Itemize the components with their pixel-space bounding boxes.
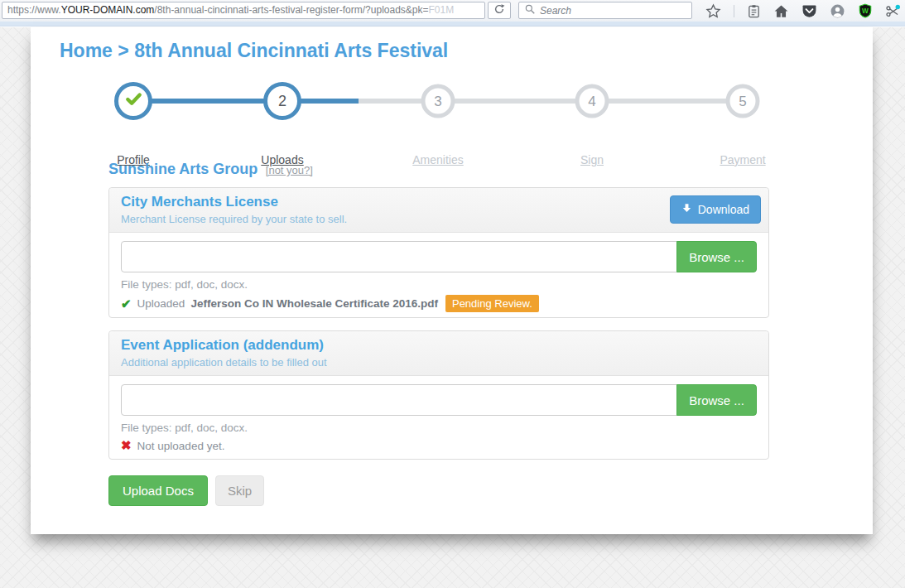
download-button[interactable]: Download bbox=[670, 195, 761, 224]
breadcrumb-home-link[interactable]: Home bbox=[60, 40, 113, 61]
step-link-sign[interactable]: Sign bbox=[580, 153, 604, 166]
page-title: 8th Annual Cincinnati Arts Festival bbox=[134, 40, 448, 61]
group-row: Sunshine Arts Group [not you?] bbox=[108, 161, 313, 178]
toolbar-divider bbox=[734, 5, 734, 17]
step-number: 3 bbox=[434, 93, 441, 109]
card-subtitle: Additional application details to be fil… bbox=[121, 356, 757, 369]
search-input[interactable] bbox=[540, 5, 672, 17]
account-icon[interactable] bbox=[830, 3, 845, 19]
upload-status-row: ✖ Not uploaded yet. bbox=[121, 438, 757, 453]
uploaded-filename: Jefferson Co IN Wholesale Certificate 20… bbox=[190, 297, 438, 310]
file-types-note: File types: pdf, doc, docx. bbox=[121, 422, 757, 434]
step-circle-profile[interactable] bbox=[114, 82, 152, 120]
breadcrumb: Home > 8th Annual Cincinnati Arts Festiv… bbox=[60, 40, 448, 62]
check-icon: ✔ bbox=[121, 296, 132, 311]
search-bar[interactable] bbox=[518, 2, 692, 19]
browse-button[interactable]: Browse ... bbox=[676, 241, 757, 272]
file-name-field[interactable] bbox=[121, 384, 677, 416]
card-title: Event Application (addendum) bbox=[121, 337, 757, 354]
file-types-note: File types: pdf, doc, docx. bbox=[121, 278, 757, 291]
url-path: /8th-annual-cincinnati-arts-festival-reg… bbox=[154, 4, 428, 16]
step-circle-uploads[interactable]: 2 bbox=[263, 82, 301, 120]
browse-button[interactable]: Browse ... bbox=[676, 384, 757, 416]
reload-button[interactable] bbox=[488, 2, 511, 19]
download-arrow-icon bbox=[681, 203, 692, 216]
file-input-group: Browse ... bbox=[121, 241, 757, 272]
stepper-progress-track bbox=[133, 99, 359, 104]
pending-review-badge: Pending Review. bbox=[445, 295, 539, 312]
scissors-extension-icon[interactable] bbox=[885, 3, 901, 19]
step-number: 2 bbox=[278, 93, 286, 110]
card-header: Event Application (addendum) Additional … bbox=[109, 331, 768, 376]
bookmark-star-icon[interactable] bbox=[705, 3, 721, 19]
step-link-amenities[interactable]: Amenities bbox=[412, 153, 463, 166]
home-icon[interactable] bbox=[773, 3, 789, 19]
upload-card-city-merchants-license: City Merchants License Merchant License … bbox=[108, 187, 769, 318]
url-domain: YOUR-DOMAIN.com bbox=[61, 4, 155, 16]
url-scheme: https://www. bbox=[7, 4, 61, 16]
not-uploaded-label: Not uploaded yet. bbox=[137, 440, 225, 452]
breadcrumb-separator: > bbox=[118, 40, 128, 61]
page-content: Home > 8th Annual Cincinnati Arts Festiv… bbox=[31, 27, 873, 534]
shield-extension-icon[interactable]: W bbox=[858, 3, 873, 18]
skip-button[interactable]: Skip bbox=[215, 475, 264, 506]
content-background: Home > 8th Annual Cincinnati Arts Festiv… bbox=[0, 27, 905, 588]
form-actions: Upload Docs Skip bbox=[108, 475, 264, 506]
browser-window: https://www.YOUR-DOMAIN.com/8th-annual-c… bbox=[0, 0, 905, 588]
toolbar-icon-row: W bbox=[705, 0, 901, 22]
file-input-group: Browse ... bbox=[121, 384, 757, 416]
pocket-icon[interactable] bbox=[802, 3, 817, 19]
reading-list-icon[interactable] bbox=[747, 4, 761, 18]
check-icon bbox=[124, 89, 143, 113]
url-bar[interactable]: https://www.YOUR-DOMAIN.com/8th-annual-c… bbox=[2, 2, 485, 19]
url-truncated: F01M bbox=[429, 4, 455, 16]
step-circle-amenities[interactable]: 3 bbox=[421, 84, 455, 118]
uploaded-label: Uploaded bbox=[137, 297, 185, 310]
card-body: Browse ... File types: pdf, doc, docx. ✔… bbox=[109, 233, 768, 319]
upload-docs-button[interactable]: Upload Docs bbox=[108, 475, 208, 506]
toolbar-bottom-strip bbox=[0, 22, 905, 27]
step-circle-sign[interactable]: 4 bbox=[575, 84, 609, 118]
step-number: 4 bbox=[588, 93, 595, 109]
step-number: 5 bbox=[739, 93, 746, 109]
x-icon: ✖ bbox=[121, 438, 132, 453]
browser-toolbar: https://www.YOUR-DOMAIN.com/8th-annual-c… bbox=[0, 0, 905, 22]
reload-icon bbox=[493, 3, 505, 18]
card-header: City Merchants License Merchant License … bbox=[109, 188, 768, 233]
card-title: City Merchants License bbox=[121, 194, 757, 210]
group-name: Sunshine Arts Group bbox=[108, 161, 258, 177]
step-link-payment[interactable]: Payment bbox=[720, 153, 765, 166]
upload-status-row: ✔ Uploaded Jefferson Co IN Wholesale Cer… bbox=[121, 295, 757, 312]
search-icon bbox=[524, 3, 536, 18]
file-name-field[interactable] bbox=[121, 241, 677, 272]
step-circle-payment[interactable]: 5 bbox=[726, 84, 760, 118]
download-label: Download bbox=[698, 203, 749, 216]
card-subtitle: Merchant License required by your state … bbox=[121, 213, 757, 225]
not-you-link[interactable]: [not you?] bbox=[266, 164, 313, 176]
upload-card-event-application: Event Application (addendum) Additional … bbox=[108, 330, 769, 460]
svg-text:W: W bbox=[862, 7, 869, 15]
card-body: Browse ... File types: pdf, doc, docx. ✖… bbox=[109, 376, 768, 460]
